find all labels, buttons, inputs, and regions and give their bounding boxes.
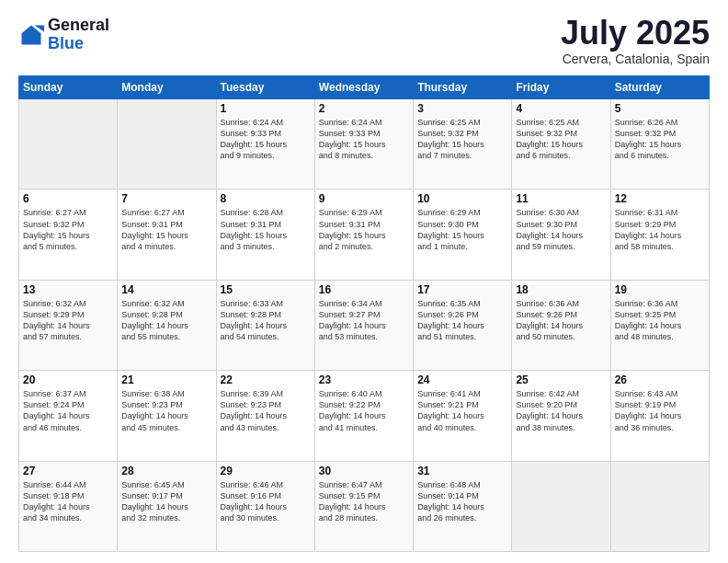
day-info: Sunrise: 6:42 AM Sunset: 9:20 PM Dayligh… [516,388,606,433]
calendar-week-row: 20Sunrise: 6:37 AM Sunset: 9:24 PM Dayli… [19,371,710,461]
calendar-cell: 7Sunrise: 6:27 AM Sunset: 9:31 PM Daylig… [118,190,216,280]
calendar-cell: 29Sunrise: 6:46 AM Sunset: 9:16 PM Dayli… [216,461,314,551]
day-of-week-header: Sunday [19,76,118,99]
calendar-cell: 20Sunrise: 6:37 AM Sunset: 9:24 PM Dayli… [19,371,118,461]
calendar-cell: 23Sunrise: 6:40 AM Sunset: 9:22 PM Dayli… [314,371,413,461]
day-of-week-header: Tuesday [216,76,314,99]
month-year-title: July 2025 [561,17,710,50]
day-info: Sunrise: 6:28 AM Sunset: 9:31 PM Dayligh… [221,207,311,252]
day-number: 30 [319,465,409,477]
day-info: Sunrise: 6:36 AM Sunset: 9:26 PM Dayligh… [516,298,606,343]
day-number: 4 [516,102,606,115]
day-info: Sunrise: 6:35 AM Sunset: 9:26 PM Dayligh… [417,298,507,343]
day-info: Sunrise: 6:25 AM Sunset: 9:32 PM Dayligh… [417,117,507,162]
day-number: 1 [221,102,311,115]
calendar-cell [610,461,709,551]
day-info: Sunrise: 6:47 AM Sunset: 9:15 PM Dayligh… [319,479,409,524]
day-info: Sunrise: 6:45 AM Sunset: 9:17 PM Dayligh… [121,479,211,524]
day-number: 25 [516,373,606,386]
day-info: Sunrise: 6:27 AM Sunset: 9:32 PM Dayligh… [23,207,113,252]
day-number: 23 [319,373,409,386]
calendar-cell: 31Sunrise: 6:48 AM Sunset: 9:14 PM Dayli… [414,461,512,551]
day-info: Sunrise: 6:26 AM Sunset: 9:32 PM Dayligh… [615,117,705,162]
day-number: 15 [221,283,311,296]
calendar-cell: 21Sunrise: 6:38 AM Sunset: 9:23 PM Dayli… [118,371,216,461]
calendar-cell: 22Sunrise: 6:39 AM Sunset: 9:23 PM Dayli… [216,371,314,461]
day-info: Sunrise: 6:24 AM Sunset: 9:33 PM Dayligh… [319,117,409,162]
day-info: Sunrise: 6:36 AM Sunset: 9:25 PM Dayligh… [615,298,705,343]
day-info: Sunrise: 6:27 AM Sunset: 9:31 PM Dayligh… [121,207,211,252]
day-number: 29 [221,465,311,477]
day-info: Sunrise: 6:25 AM Sunset: 9:32 PM Dayligh… [516,117,606,162]
day-number: 16 [319,283,409,296]
day-info: Sunrise: 6:32 AM Sunset: 9:29 PM Dayligh… [23,298,113,343]
day-number: 8 [221,192,311,205]
calendar-cell: 1Sunrise: 6:24 AM Sunset: 9:33 PM Daylig… [216,99,314,190]
calendar-week-row: 6Sunrise: 6:27 AM Sunset: 9:32 PM Daylig… [19,190,710,280]
day-number: 3 [417,102,507,115]
calendar-cell: 14Sunrise: 6:32 AM Sunset: 9:28 PM Dayli… [118,280,216,370]
day-info: Sunrise: 6:40 AM Sunset: 9:22 PM Dayligh… [319,388,409,433]
day-of-week-header: Monday [118,76,216,99]
day-info: Sunrise: 6:44 AM Sunset: 9:18 PM Dayligh… [23,479,113,524]
calendar-cell: 11Sunrise: 6:30 AM Sunset: 9:30 PM Dayli… [512,190,610,280]
day-number: 2 [319,102,409,115]
calendar-cell: 10Sunrise: 6:29 AM Sunset: 9:30 PM Dayli… [414,190,512,280]
day-number: 22 [221,373,311,386]
day-number: 31 [417,465,507,477]
calendar-cell: 6Sunrise: 6:27 AM Sunset: 9:32 PM Daylig… [19,190,118,280]
day-number: 10 [417,192,507,205]
day-info: Sunrise: 6:48 AM Sunset: 9:14 PM Dayligh… [417,479,507,524]
day-number: 5 [615,102,705,115]
day-info: Sunrise: 6:37 AM Sunset: 9:24 PM Dayligh… [23,388,113,433]
day-number: 21 [121,373,211,386]
day-number: 6 [23,192,113,205]
day-of-week-header: Friday [512,76,610,99]
logo-general-text: General [48,16,109,34]
calendar-cell: 12Sunrise: 6:31 AM Sunset: 9:29 PM Dayli… [610,190,709,280]
day-info: Sunrise: 6:24 AM Sunset: 9:33 PM Dayligh… [221,117,311,162]
day-number: 12 [615,192,705,205]
day-number: 17 [417,283,507,296]
day-number: 7 [121,192,211,205]
day-number: 18 [516,283,606,296]
calendar-cell: 18Sunrise: 6:36 AM Sunset: 9:26 PM Dayli… [512,280,610,370]
day-info: Sunrise: 6:39 AM Sunset: 9:23 PM Dayligh… [221,388,311,433]
day-number: 11 [516,192,606,205]
calendar-cell: 9Sunrise: 6:29 AM Sunset: 9:31 PM Daylig… [314,190,413,280]
calendar-cell: 13Sunrise: 6:32 AM Sunset: 9:29 PM Dayli… [19,280,118,370]
logo: General Blue [18,17,109,53]
day-number: 27 [23,465,113,477]
calendar-cell: 16Sunrise: 6:34 AM Sunset: 9:27 PM Dayli… [314,280,413,370]
day-of-week-header: Saturday [610,76,709,99]
calendar-cell: 2Sunrise: 6:24 AM Sunset: 9:33 PM Daylig… [314,99,413,190]
day-info: Sunrise: 6:43 AM Sunset: 9:19 PM Dayligh… [615,388,705,433]
day-info: Sunrise: 6:33 AM Sunset: 9:28 PM Dayligh… [221,298,311,343]
calendar-cell: 27Sunrise: 6:44 AM Sunset: 9:18 PM Dayli… [19,461,118,551]
calendar-week-row: 27Sunrise: 6:44 AM Sunset: 9:18 PM Dayli… [19,461,710,551]
location-subtitle: Cervera, Catalonia, Spain [561,52,710,66]
svg-marker-0 [22,25,41,44]
day-of-week-header: Wednesday [314,76,413,99]
calendar-cell [118,99,216,190]
day-info: Sunrise: 6:31 AM Sunset: 9:29 PM Dayligh… [615,207,705,252]
day-of-week-header: Thursday [414,76,512,99]
calendar-cell: 19Sunrise: 6:36 AM Sunset: 9:25 PM Dayli… [610,280,709,370]
calendar-cell: 28Sunrise: 6:45 AM Sunset: 9:17 PM Dayli… [118,461,216,551]
day-number: 20 [23,373,113,386]
day-info: Sunrise: 6:38 AM Sunset: 9:23 PM Dayligh… [121,388,211,433]
page: General Blue July 2025 Cervera, Cataloni… [0,0,728,563]
calendar-cell: 15Sunrise: 6:33 AM Sunset: 9:28 PM Dayli… [216,280,314,370]
calendar-cell [19,99,118,190]
calendar-cell: 30Sunrise: 6:47 AM Sunset: 9:15 PM Dayli… [314,461,413,551]
day-info: Sunrise: 6:41 AM Sunset: 9:21 PM Dayligh… [417,388,507,433]
day-number: 26 [615,373,705,386]
calendar-cell: 8Sunrise: 6:28 AM Sunset: 9:31 PM Daylig… [216,190,314,280]
calendar-cell [512,461,610,551]
calendar-cell: 3Sunrise: 6:25 AM Sunset: 9:32 PM Daylig… [414,99,512,190]
day-number: 9 [319,192,409,205]
day-info: Sunrise: 6:46 AM Sunset: 9:16 PM Dayligh… [221,479,311,524]
calendar-cell: 24Sunrise: 6:41 AM Sunset: 9:21 PM Dayli… [414,371,512,461]
day-info: Sunrise: 6:29 AM Sunset: 9:30 PM Dayligh… [417,207,507,252]
day-info: Sunrise: 6:29 AM Sunset: 9:31 PM Dayligh… [319,207,409,252]
